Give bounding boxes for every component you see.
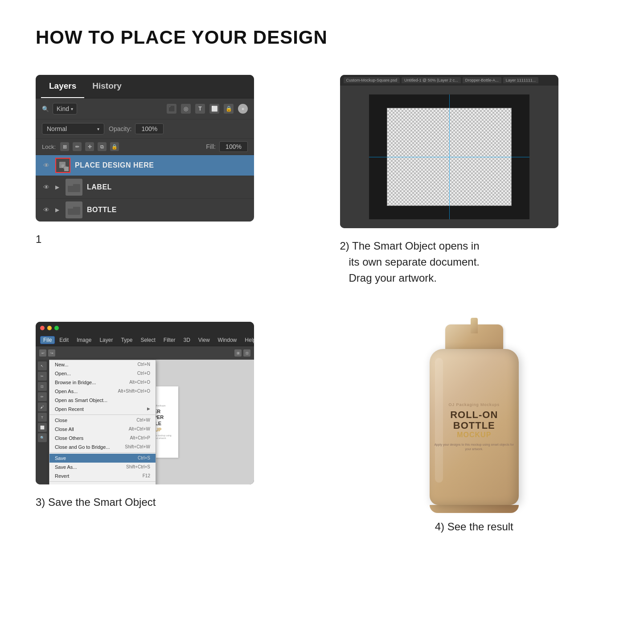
sidebar-tool-8[interactable]: 🔍 [38, 433, 47, 442]
menu-edit[interactable]: Edit [56, 336, 72, 344]
menu-item-open[interactable]: Open...Ctrl+O [49, 369, 156, 378]
bottle-container: OJ Packaging Mockups ROLL-ONBOTTLE MOCKU… [430, 318, 519, 513]
step2-cell: Custom-Mockup-Square.psd Untitled-1 @ 50… [340, 75, 609, 286]
layer-name-0: PLACE DESIGN HERE [75, 161, 154, 169]
content-area: ↖ ✂ ⊡ ✏ 🖌 T ⬜ 🔍 New...Ctrl+N Open...Ctrl… [36, 360, 254, 484]
blend-mode-select[interactable]: Normal ▾ [42, 123, 104, 135]
panel-tabs: Layers History [36, 75, 254, 98]
lock-filter-icon[interactable]: 🔒 [224, 104, 234, 114]
menu-item-save-as[interactable]: Save As...Shift+Ctrl+S [49, 463, 156, 472]
eye-icon-2[interactable]: 👁 [42, 205, 51, 214]
tab-custom-mockup[interactable]: Custom-Mockup-Square.psd [344, 77, 400, 83]
divider-3 [49, 481, 156, 482]
lock-grid-icon[interactable]: ⊞ [60, 142, 69, 151]
tab-untitled[interactable]: Untitled-1 @ 50% (Layer 2 c... [402, 77, 461, 83]
photoshop-file-menu-panel: File Edit Image Layer Type Select Filter… [36, 322, 254, 484]
menu-type[interactable]: Type [117, 336, 136, 344]
menu-window[interactable]: Window [214, 336, 241, 344]
lock-brush-icon[interactable]: ✏ [73, 142, 82, 151]
menu-item-close-bridge[interactable]: Close and Go to Bridge...Shift+Ctrl+W [49, 443, 156, 451]
menu-select[interactable]: Select [137, 336, 159, 344]
close-dot [40, 326, 45, 330]
bottle-top [434, 318, 514, 349]
bottle-desc: Apply your designs to this mockup using … [434, 443, 514, 451]
eye-icon-0[interactable]: 👁 [42, 161, 51, 170]
step3-caption: 3) Save the Smart Object [36, 494, 156, 510]
bottle-mockup: OJ Packaging Mockups ROLL-ONBOTTLE MOCKU… [410, 322, 539, 509]
instructions-grid: Layers History 🔍 Kind ▾ ⬛ ◎ T ⬜ 🔒 ● [36, 75, 608, 535]
menu-file[interactable]: File [40, 336, 55, 344]
tab-layer1[interactable]: Layer 1111111... [503, 77, 539, 83]
menu-help[interactable]: Help [241, 336, 254, 344]
opacity-value[interactable]: 100% [135, 123, 164, 134]
left-sidebar: ↖ ✂ ⊡ ✏ 🖌 T ⬜ 🔍 [36, 360, 49, 484]
menu-view[interactable]: View [195, 336, 213, 344]
eye-icon-1[interactable]: 👁 [42, 183, 51, 192]
layer-label[interactable]: 👁 ▶ LABEL [36, 176, 254, 199]
menu-item-close-others[interactable]: Close OthersAlt+Ctrl+P [49, 434, 156, 443]
minimize-dot [47, 326, 52, 330]
menu-3d[interactable]: 3D [180, 336, 193, 344]
sidebar-tool-5[interactable]: 🖌 [38, 402, 47, 411]
menu-item-open-as[interactable]: Open As...Alt+Shift+Ctrl+O [49, 387, 156, 396]
bottle-body: OJ Packaging Mockups ROLL-ONBOTTLE MOCKU… [430, 349, 519, 505]
toolbar-icon-3[interactable]: ⊞ [234, 349, 242, 357]
menu-layer[interactable]: Layer [96, 336, 116, 344]
tab-history[interactable]: History [84, 75, 129, 98]
menu-item-export[interactable]: Export▶ [49, 483, 156, 484]
dot-filter-icon[interactable]: ● [238, 104, 248, 114]
lock-crop-icon[interactable]: ⧉ [98, 142, 107, 151]
lock-padlock-icon[interactable]: 🔒 [110, 142, 119, 151]
text-filter-icon[interactable]: T [195, 104, 205, 114]
menu-item-recent[interactable]: Open Recent▶ [49, 405, 156, 414]
photoshop-canvas-panel: Custom-Mockup-Square.psd Untitled-1 @ 50… [340, 75, 558, 228]
sidebar-tool-4[interactable]: ✏ [38, 392, 47, 401]
step4-cell: OJ Packaging Mockups ROLL-ONBOTTLE MOCKU… [340, 322, 609, 535]
tab-layers[interactable]: Layers [41, 75, 84, 98]
image-filter-icon[interactable]: ⬛ [167, 104, 176, 114]
bottle-label: OJ Packaging Mockups ROLL-ONBOTTLE MOCKU… [430, 394, 519, 460]
layer-bottle[interactable]: 👁 ▶ BOTTLE [36, 199, 254, 222]
sidebar-tool-3[interactable]: ⊡ [38, 382, 47, 391]
layer-name-2: BOTTLE [87, 206, 117, 214]
fill-label: Fill: [206, 143, 216, 150]
blend-opacity-row: Normal ▾ Opacity: 100% [36, 119, 254, 139]
layer-place-design[interactable]: 👁 ⊡ PLACE DESIGN HERE [36, 155, 254, 176]
sidebar-tool-6[interactable]: T [38, 413, 47, 422]
sidebar-tool-2[interactable]: ✂ [38, 372, 47, 381]
circle-filter-icon[interactable]: ◎ [181, 104, 191, 114]
sidebar-tool-1[interactable]: ↖ [38, 361, 47, 370]
svg-rect-6 [68, 207, 73, 209]
chevron-down-icon: ▾ [71, 107, 73, 111]
menu-item-close[interactable]: CloseCtrl+W [49, 416, 156, 425]
blend-mode-label: Normal [47, 125, 67, 132]
menu-bar: File Edit Image Layer Type Select Filter… [36, 334, 254, 346]
toolbar-icon-4[interactable]: ⊡ [243, 349, 250, 357]
dropdown-area: New...Ctrl+N Open...Ctrl+O Browse in Bri… [49, 360, 254, 484]
step4-caption: 4) See the result [435, 519, 513, 535]
lock-move-icon[interactable]: ✛ [85, 142, 94, 151]
layer-name-1: LABEL [87, 183, 112, 191]
maximize-dot [54, 326, 59, 330]
bottle-product-name: ROLL-ONBOTTLE [434, 410, 514, 431]
menu-item-new[interactable]: New...Ctrl+N [49, 360, 156, 369]
toolbar-icon-1[interactable]: ↩ [39, 349, 46, 357]
menu-item-save[interactable]: SaveCtrl+S [49, 454, 156, 463]
arrow-icon-2: ▶ [55, 207, 59, 213]
sidebar-tool-7[interactable]: ⬜ [38, 423, 47, 432]
smart-object-thumb-0: ⊡ [55, 158, 70, 173]
shape-filter-icon[interactable]: ⬜ [209, 104, 219, 114]
canvas-topbar: Custom-Mockup-Square.psd Untitled-1 @ 50… [340, 75, 558, 86]
menu-item-close-all[interactable]: Close AllAlt+Ctrl+W [49, 425, 156, 434]
kind-select[interactable]: Kind ▾ [53, 103, 77, 115]
menu-image[interactable]: Image [73, 336, 95, 344]
menu-item-revert[interactable]: RevertF12 [49, 472, 156, 480]
file-dropdown-menu: New...Ctrl+N Open...Ctrl+O Browse in Bri… [49, 360, 156, 484]
menu-filter[interactable]: Filter [160, 336, 179, 344]
fill-value[interactable]: 100% [219, 141, 248, 152]
tab-dropper[interactable]: Dropper-Bottle-A... [463, 77, 501, 83]
filter-row: 🔍 Kind ▾ ⬛ ◎ T ⬜ 🔒 ● [36, 98, 254, 119]
menu-item-open-smart[interactable]: Open as Smart Object... [49, 396, 156, 405]
toolbar-icon-2[interactable]: ↪ [48, 349, 55, 357]
menu-item-browse[interactable]: Browse in Bridge...Alt+Ctrl+O [49, 378, 156, 387]
